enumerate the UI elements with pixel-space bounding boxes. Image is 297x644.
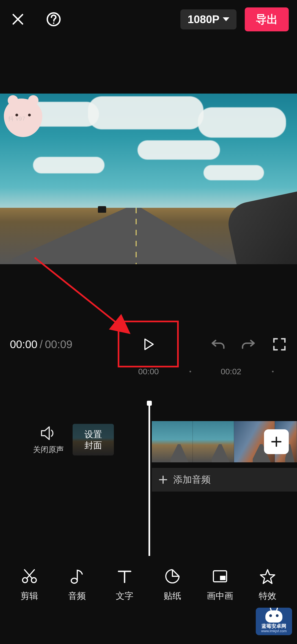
star-icon xyxy=(259,568,276,585)
redo-icon xyxy=(241,337,256,352)
play-button[interactable] xyxy=(139,335,158,354)
playback-right-controls xyxy=(210,337,287,352)
svg-line-2 xyxy=(35,258,129,333)
speaker-icon xyxy=(40,425,57,442)
svg-rect-7 xyxy=(220,576,226,580)
resolution-label: 1080P xyxy=(188,13,219,26)
close-icon xyxy=(11,12,25,26)
video-preview[interactable]: 抖 v97 xyxy=(0,94,297,264)
play-icon xyxy=(142,338,155,351)
playback-bar: 00:00 / 00:09 xyxy=(0,326,297,362)
tool-pip[interactable]: 画中画 xyxy=(204,567,237,602)
time-ruler[interactable]: 00:00 00:02 xyxy=(0,363,297,380)
preview-watermark: 抖 v97 xyxy=(8,115,26,122)
fullscreen-button[interactable] xyxy=(272,337,287,352)
export-label: 导出 xyxy=(256,13,278,25)
badge-mascot-icon xyxy=(265,610,282,623)
mute-original-sound[interactable]: 关闭原声 xyxy=(33,425,64,455)
export-button[interactable]: 导出 xyxy=(245,7,289,31)
scissors-icon xyxy=(21,568,38,585)
tool-label: 画中画 xyxy=(207,590,233,602)
add-audio-label: 添加音频 xyxy=(173,473,211,486)
chevron-down-icon xyxy=(223,17,229,21)
help-icon xyxy=(46,12,61,27)
top-bar: 1080P 导出 xyxy=(0,0,297,39)
tool-text[interactable]: 文字 xyxy=(108,567,141,602)
pip-icon xyxy=(212,568,228,585)
tool-label: 特效 xyxy=(259,590,276,602)
pre-track-controls: 关闭原声 设置 封面 xyxy=(0,424,114,455)
fullscreen-icon xyxy=(272,337,287,351)
current-time: 00:00 xyxy=(10,338,37,351)
total-duration: 00:09 xyxy=(45,338,72,351)
tool-label: 音频 xyxy=(68,590,86,602)
tool-edit[interactable]: 剪辑 xyxy=(13,567,46,602)
badge-title: 蓝莓安卓网 xyxy=(262,624,286,629)
svg-point-1 xyxy=(53,22,54,24)
help-button[interactable] xyxy=(44,10,63,29)
add-clip-button[interactable] xyxy=(264,429,289,454)
playhead[interactable] xyxy=(148,402,150,556)
set-cover-label: 设置 封面 xyxy=(84,429,102,451)
badge-url: www.lmkjsf.com xyxy=(261,629,287,633)
undo-icon xyxy=(210,337,226,352)
tool-audio[interactable]: 音频 xyxy=(61,567,94,602)
tool-label: 文字 xyxy=(116,590,133,602)
ruler-dot xyxy=(272,371,274,372)
tool-label: 贴纸 xyxy=(164,590,181,602)
time-separator: / xyxy=(40,338,43,351)
top-bar-left xyxy=(8,10,63,29)
close-button[interactable] xyxy=(8,10,28,29)
redo-button[interactable] xyxy=(241,337,256,352)
plus-icon xyxy=(158,475,168,484)
ruler-mark: 00:02 xyxy=(221,367,241,376)
text-icon xyxy=(116,568,133,585)
set-cover-button[interactable]: 设置 封面 xyxy=(73,424,114,455)
svg-point-5 xyxy=(71,578,77,583)
tool-label: 剪辑 xyxy=(21,590,38,602)
music-note-icon xyxy=(69,568,85,585)
tool-sticker[interactable]: 贴纸 xyxy=(156,567,189,602)
bottom-toolbar: 剪辑 音频 文字 贴纸 画中画 特效 xyxy=(0,561,297,608)
sticker-icon xyxy=(164,568,181,585)
resolution-dropdown[interactable]: 1080P xyxy=(180,9,237,29)
undo-button[interactable] xyxy=(210,337,226,352)
mute-label: 关闭原声 xyxy=(33,444,64,455)
plus-icon xyxy=(270,435,283,448)
ruler-mark: 00:00 xyxy=(138,367,159,376)
clip-thumbnail[interactable] xyxy=(193,421,234,462)
tool-effect[interactable]: 特效 xyxy=(251,567,284,602)
preview-car xyxy=(98,206,106,213)
video-clip-track[interactable] xyxy=(152,421,297,462)
source-site-badge: 蓝莓安卓网 www.lmkjsf.com xyxy=(256,608,292,635)
ruler-dot xyxy=(189,371,191,372)
top-bar-right: 1080P 导出 xyxy=(180,7,289,31)
add-audio-track[interactable]: 添加音频 xyxy=(152,468,297,492)
clip-thumbnail[interactable] xyxy=(152,421,193,462)
